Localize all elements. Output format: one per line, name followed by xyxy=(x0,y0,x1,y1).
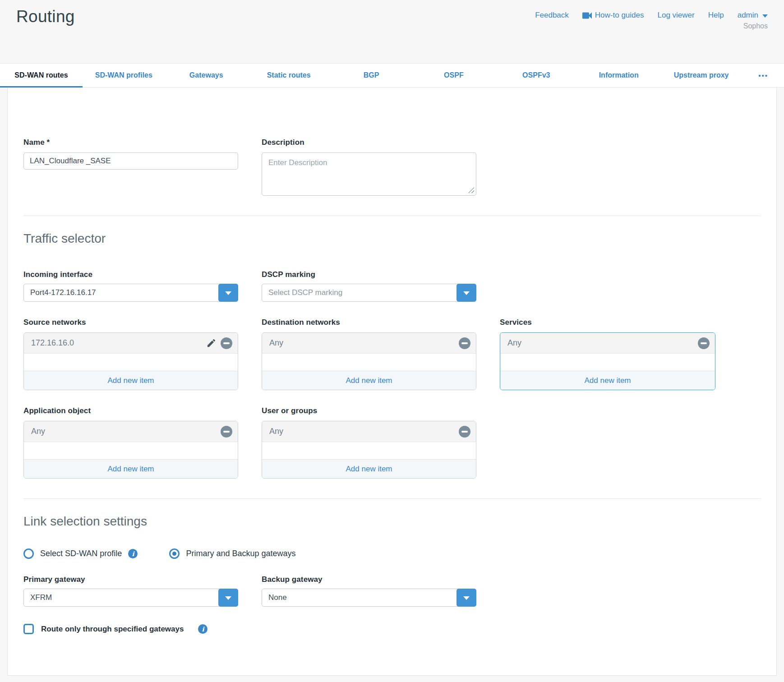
user-or-groups-label: User or groups xyxy=(262,406,476,415)
tab-bar: SD-WAN routes SD-WAN profiles Gateways S… xyxy=(0,63,784,88)
tab-sdwan-routes[interactable]: SD-WAN routes xyxy=(0,64,83,87)
description-label: Description xyxy=(262,138,476,147)
caret-down-icon xyxy=(762,14,768,18)
backup-gateway-select[interactable]: None xyxy=(262,589,476,607)
traffic-selector-heading: Traffic selector xyxy=(23,231,761,246)
list-item: Any xyxy=(262,333,476,354)
chevron-down-icon[interactable] xyxy=(457,284,476,302)
networks-row: Source networks 172.16.16.0 Add new item xyxy=(23,318,761,390)
destination-networks-group: Destination networks Any Add new item xyxy=(262,318,476,390)
chevron-down-icon[interactable] xyxy=(218,589,238,607)
top-nav: Feedback How-to guides Log viewer Help a… xyxy=(535,11,768,20)
chevron-down-icon[interactable] xyxy=(457,589,476,607)
tab-ospf[interactable]: OSPF xyxy=(412,64,495,87)
sdwan-route-form-panel: Name * Description Traffic selector Inco… xyxy=(7,88,777,676)
source-networks-group: Source networks 172.16.16.0 Add new item xyxy=(23,318,238,390)
dscp-marking-label: DSCP marking xyxy=(262,270,476,279)
dscp-marking-group: DSCP marking Select DSCP marking xyxy=(262,270,476,302)
more-tabs-button[interactable]: ••• xyxy=(742,64,784,87)
chevron-down-icon[interactable] xyxy=(218,284,238,302)
dscp-marking-select[interactable]: Select DSCP marking xyxy=(262,284,476,302)
description-field-group: Description xyxy=(262,138,476,196)
add-new-item-button[interactable]: Add new item xyxy=(262,371,476,390)
listbox-empty-area xyxy=(262,442,476,459)
name-label: Name * xyxy=(23,138,238,147)
listbox-empty-area xyxy=(24,442,238,459)
org-label: Sophos xyxy=(535,22,768,30)
listbox-empty-area xyxy=(262,354,476,371)
tab-static-routes[interactable]: Static routes xyxy=(248,64,330,87)
radio-unchecked-icon xyxy=(23,548,34,559)
name-description-row: Name * Description xyxy=(23,138,761,196)
primary-gateway-label: Primary gateway xyxy=(23,575,238,584)
required-mark: * xyxy=(47,138,50,147)
user-or-groups-group: User or groups Any Add new item xyxy=(262,406,476,479)
header-right: Feedback How-to guides Log viewer Help a… xyxy=(535,7,768,30)
services-group: Services Any Add new item xyxy=(500,318,715,390)
user-or-groups-listbox: Any Add new item xyxy=(262,421,476,479)
list-item: 172.16.16.0 xyxy=(24,333,238,354)
radio-primary-backup-gateways[interactable]: Primary and Backup gateways xyxy=(169,548,295,559)
application-object-label: Application object xyxy=(23,406,238,415)
feedback-link[interactable]: Feedback xyxy=(535,11,569,20)
services-listbox: Any Add new item xyxy=(500,332,715,390)
divider xyxy=(23,216,761,216)
user-menu[interactable]: admin xyxy=(738,11,768,20)
link-selection-heading: Link selection settings xyxy=(23,514,761,529)
backup-gateway-group: Backup gateway None xyxy=(262,575,476,607)
page-title: Routing xyxy=(16,7,75,26)
listbox-empty-area xyxy=(500,354,715,371)
tab-information[interactable]: Information xyxy=(577,64,660,87)
source-networks-label: Source networks xyxy=(23,318,238,327)
primary-gateway-group: Primary gateway XFRM xyxy=(23,575,238,607)
name-input[interactable] xyxy=(23,152,238,170)
application-object-listbox: Any Add new item xyxy=(23,421,238,479)
gateways-row: Primary gateway XFRM Backup gateway None xyxy=(23,575,761,607)
page-header: Routing Feedback How-to guides Log viewe… xyxy=(0,0,784,63)
minus-circle-icon[interactable] xyxy=(221,337,232,349)
add-new-item-button[interactable]: Add new item xyxy=(24,371,238,390)
destination-networks-listbox: Any Add new item xyxy=(262,332,476,390)
route-only-checkbox[interactable] xyxy=(23,624,34,634)
incoming-interface-select[interactable]: Port4-172.16.16.17 xyxy=(23,284,238,302)
list-item: Any xyxy=(500,333,715,354)
add-new-item-button[interactable]: Add new item xyxy=(262,459,476,478)
backup-gateway-label: Backup gateway xyxy=(262,575,476,584)
tab-sdwan-profiles[interactable]: SD-WAN profiles xyxy=(83,64,165,87)
destination-networks-label: Destination networks xyxy=(262,318,476,327)
tab-ospfv3[interactable]: OSPFv3 xyxy=(495,64,577,87)
listbox-empty-area xyxy=(24,354,238,371)
application-object-group: Application object Any Add new item xyxy=(23,406,238,479)
minus-circle-icon[interactable] xyxy=(698,337,710,349)
minus-circle-icon[interactable] xyxy=(459,337,470,349)
route-only-label: Route only through specified gateways xyxy=(41,625,184,634)
source-networks-listbox: 172.16.16.0 Add new item xyxy=(23,332,238,390)
name-field-group: Name * xyxy=(23,138,238,170)
radio-checked-icon xyxy=(169,548,180,559)
info-icon[interactable]: i xyxy=(128,549,138,558)
howto-guides-link[interactable]: How-to guides xyxy=(582,11,644,20)
primary-gateway-select[interactable]: XFRM xyxy=(23,589,238,607)
pencil-icon[interactable] xyxy=(206,338,217,348)
add-new-item-button[interactable]: Add new item xyxy=(24,459,238,478)
description-textarea[interactable] xyxy=(262,152,476,196)
incoming-interface-label: Incoming interface xyxy=(23,270,238,279)
log-viewer-link[interactable]: Log viewer xyxy=(658,11,695,20)
tab-bgp[interactable]: BGP xyxy=(330,64,413,87)
add-new-item-button[interactable]: Add new item xyxy=(500,371,715,390)
route-only-row: Route only through specified gateways i xyxy=(23,624,761,634)
list-item: Any xyxy=(262,421,476,442)
radio-select-sdwan-profile[interactable]: Select SD-WAN profile i xyxy=(23,548,138,559)
app-users-row: Application object Any Add new item User… xyxy=(23,406,761,479)
divider xyxy=(23,498,761,499)
help-link[interactable]: Help xyxy=(708,11,724,20)
tab-upstream-proxy[interactable]: Upstream proxy xyxy=(660,64,742,87)
interface-dscp-row: Incoming interface Port4-172.16.16.17 DS… xyxy=(23,270,761,302)
info-icon[interactable]: i xyxy=(198,624,208,634)
list-item: Any xyxy=(24,421,238,442)
minus-circle-icon[interactable] xyxy=(459,426,470,438)
incoming-interface-group: Incoming interface Port4-172.16.16.17 xyxy=(23,270,238,302)
link-selection-radios: Select SD-WAN profile i Primary and Back… xyxy=(23,548,761,559)
tab-gateways[interactable]: Gateways xyxy=(165,64,248,87)
minus-circle-icon[interactable] xyxy=(221,426,232,438)
